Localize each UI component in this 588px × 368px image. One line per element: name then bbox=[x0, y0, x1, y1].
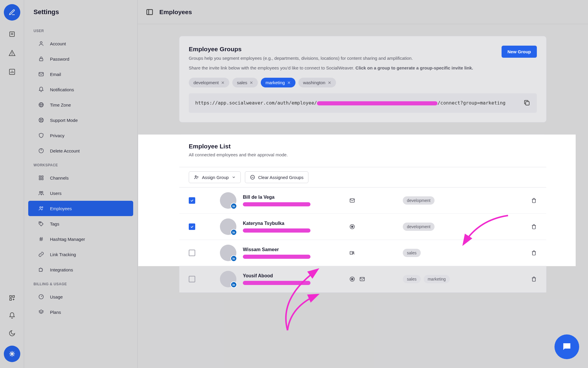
linkedin-badge-icon: in bbox=[230, 203, 237, 209]
workspace-logo[interactable] bbox=[4, 346, 20, 362]
delete-button[interactable] bbox=[531, 198, 537, 203]
sidebar-item-plans[interactable]: Plans bbox=[28, 304, 133, 320]
apps-icon[interactable] bbox=[7, 293, 17, 303]
sidebar-item-email[interactable]: Email bbox=[28, 67, 133, 82]
slack-icon bbox=[349, 276, 355, 282]
group-chip-marketing[interactable]: marketing✕ bbox=[261, 78, 295, 87]
group-chip-sales[interactable]: sales✕ bbox=[232, 78, 258, 87]
employee-name: Yousif Abood bbox=[243, 273, 343, 279]
sidebar-item-label: Hashtag Manager bbox=[50, 237, 85, 242]
sidebar-item-users[interactable]: Users bbox=[28, 185, 133, 201]
sidebar-item-tags[interactable]: Tags bbox=[28, 216, 133, 231]
sidebar-item-delete[interactable]: Delete Account bbox=[28, 143, 133, 158]
svg-text:T: T bbox=[351, 252, 352, 254]
svg-point-63 bbox=[353, 252, 354, 253]
sidebar-item-password[interactable]: Password bbox=[28, 51, 133, 67]
globe-icon bbox=[38, 101, 45, 108]
moon-icon[interactable] bbox=[7, 328, 17, 339]
row-checkbox[interactable] bbox=[189, 223, 195, 230]
employee-name: Kateryna Tsybulka bbox=[243, 221, 343, 226]
avatar: in bbox=[220, 218, 236, 235]
close-icon[interactable]: ✕ bbox=[250, 80, 253, 85]
bell-icon[interactable] bbox=[7, 310, 17, 321]
puzzle-icon bbox=[38, 266, 45, 273]
group-chip-washington[interactable]: washington✕ bbox=[298, 78, 336, 87]
alerts-icon[interactable] bbox=[7, 48, 17, 58]
sidebar-item-notifications[interactable]: Notifications bbox=[28, 82, 133, 97]
sidebar-item-label: Privacy bbox=[50, 133, 64, 138]
redacted-segment bbox=[243, 228, 310, 233]
sidebar-item-label: Link Tracking bbox=[50, 252, 76, 257]
employees-icon bbox=[38, 205, 45, 212]
svg-point-36 bbox=[39, 191, 41, 193]
sidebar-item-linktrack[interactable]: Link Tracking bbox=[28, 247, 133, 262]
settings-sidebar: Settings USERAccountPasswordEmailNotific… bbox=[24, 0, 138, 368]
row-checkbox[interactable] bbox=[189, 276, 195, 282]
sidebar-item-usage[interactable]: Usage bbox=[28, 289, 133, 304]
sidebar-item-hashtag[interactable]: Hashtag Manager bbox=[28, 231, 133, 247]
employee-tag: sales bbox=[403, 249, 421, 257]
mail-icon bbox=[38, 71, 45, 78]
delete-button[interactable] bbox=[531, 224, 537, 230]
svg-rect-32 bbox=[39, 176, 41, 177]
svg-rect-19 bbox=[39, 59, 43, 61]
sidebar-item-account[interactable]: Account bbox=[28, 36, 133, 51]
row-checkbox[interactable] bbox=[189, 250, 195, 256]
sidebar-item-timezone[interactable]: Time Zone bbox=[28, 97, 133, 112]
employee-tag: sales bbox=[403, 275, 421, 283]
tag-icon bbox=[38, 220, 45, 227]
group-chip-development[interactable]: development✕ bbox=[189, 78, 229, 87]
chip-label: sales bbox=[237, 80, 247, 85]
sidebar-item-employees[interactable]: Employees bbox=[28, 201, 133, 216]
row-checkbox[interactable] bbox=[189, 197, 195, 204]
sidebar-item-support[interactable]: Support Mode bbox=[28, 112, 133, 128]
group-chips: development✕sales✕marketing✕washington✕ bbox=[189, 78, 537, 87]
svg-point-38 bbox=[40, 207, 41, 208]
sidebar-item-label: Account bbox=[50, 41, 66, 46]
user-icon bbox=[38, 40, 45, 47]
svg-rect-47 bbox=[147, 9, 153, 14]
chat-launcher[interactable] bbox=[554, 334, 579, 359]
sidebar-item-label: Users bbox=[50, 191, 61, 196]
redacted-segment bbox=[317, 101, 437, 105]
invite-link-text: https://app.socialweaver.com/auth/employ… bbox=[195, 99, 519, 107]
groups-desc: Groups help you segment employees (e.g.,… bbox=[189, 55, 496, 62]
employee-row: inBill de la Vegadevelopment bbox=[179, 188, 546, 214]
panel-toggle-icon[interactable] bbox=[146, 8, 153, 16]
delete-button[interactable] bbox=[531, 276, 537, 282]
close-icon[interactable]: ✕ bbox=[287, 80, 291, 85]
bell-icon bbox=[38, 86, 45, 93]
svg-rect-35 bbox=[42, 178, 43, 180]
delete-button[interactable] bbox=[531, 250, 537, 256]
sidebar-item-privacy[interactable]: Privacy bbox=[28, 128, 133, 143]
svg-point-25 bbox=[40, 119, 42, 121]
employee-tag: development bbox=[403, 196, 435, 205]
clear-groups-button[interactable]: Clear Assigned Groups bbox=[245, 171, 308, 183]
svg-point-37 bbox=[41, 191, 43, 193]
link-icon bbox=[38, 251, 45, 258]
redacted-segment bbox=[243, 281, 310, 285]
assign-group-button[interactable]: Assign Group bbox=[189, 171, 241, 183]
sidebar-item-label: Time Zone bbox=[50, 102, 71, 107]
new-group-button[interactable]: New Group bbox=[502, 46, 537, 58]
feed-icon[interactable] bbox=[7, 29, 17, 39]
sidebar-item-integrations[interactable]: Integrations bbox=[28, 262, 133, 277]
employee-row: inKateryna Tsybulkadevelopment bbox=[179, 214, 546, 240]
analytics-icon[interactable] bbox=[7, 67, 17, 77]
close-icon[interactable]: ✕ bbox=[328, 80, 331, 85]
main-area: Employees Employee Groups Groups help yo… bbox=[138, 0, 588, 368]
sidebar-item-label: Usage bbox=[50, 294, 63, 299]
svg-line-44 bbox=[42, 237, 42, 241]
employee-tags: development bbox=[403, 223, 524, 231]
avatar: in bbox=[220, 271, 236, 287]
sidebar-item-label: Integrations bbox=[50, 267, 73, 272]
section-label: WORKSPACE bbox=[24, 158, 137, 170]
linkedin-badge-icon: in bbox=[230, 255, 237, 262]
redacted-segment bbox=[243, 202, 310, 206]
svg-line-43 bbox=[40, 237, 41, 241]
copy-link-icon[interactable] bbox=[523, 99, 530, 106]
svg-rect-10 bbox=[13, 296, 14, 297]
close-icon[interactable]: ✕ bbox=[221, 80, 225, 85]
compose-button[interactable] bbox=[4, 4, 20, 21]
sidebar-item-channels[interactable]: Channels bbox=[28, 170, 133, 185]
